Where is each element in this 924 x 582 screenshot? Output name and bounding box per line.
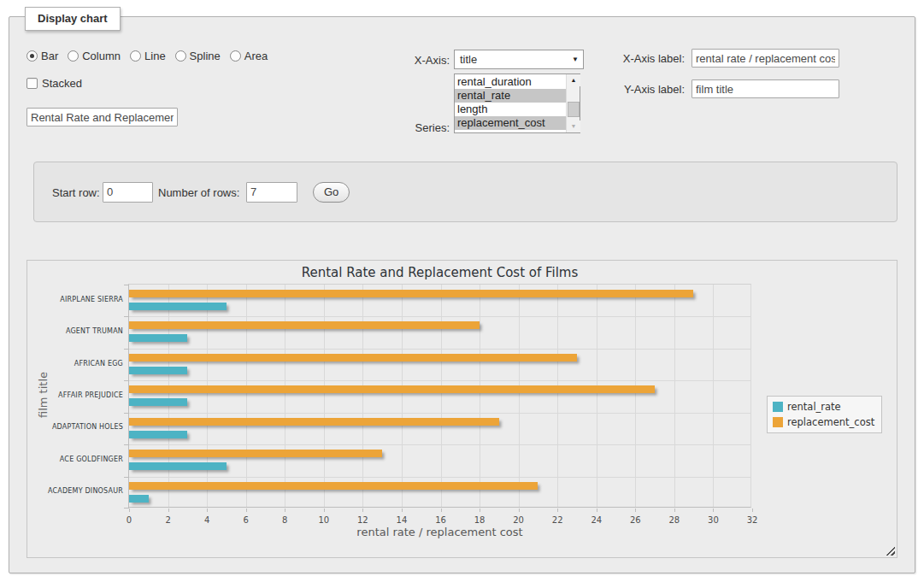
radio-label: Column (82, 50, 121, 62)
x-tick-label: 26 (618, 515, 652, 525)
chart-title: Rental Rate and Replacement Cost of Film… (128, 265, 751, 280)
y-axis-label-label: Y-Axis label: (608, 83, 685, 96)
x-axis-select-label: X-Axis: (394, 54, 450, 67)
series-option-length[interactable]: length (455, 103, 566, 116)
radio-icon[interactable] (26, 50, 38, 62)
bar-rental_rate (129, 495, 149, 503)
x-tick-label: 8 (268, 515, 302, 525)
vertical-gridline (480, 285, 480, 507)
y-tick-mark (124, 413, 129, 414)
go-button[interactable]: Go (313, 182, 350, 203)
number-of-rows-input[interactable] (246, 182, 297, 203)
radio-icon[interactable] (68, 50, 79, 62)
y-category-label: ACE GOLDFINGER (27, 456, 123, 464)
y-tick-mark (124, 316, 129, 317)
vertical-gridline (285, 285, 285, 507)
series-select-label: Series: (394, 121, 450, 134)
series-list-scrollbar[interactable]: ▲ ▼ (566, 74, 580, 132)
x-axis-select[interactable]: title ▼ (454, 50, 584, 69)
x-axis-label-input[interactable] (692, 49, 839, 68)
bar-replacement_cost (129, 321, 480, 329)
horizontal-gridline (129, 444, 750, 445)
start-row-input[interactable] (103, 182, 153, 203)
x-tick-label: 32 (735, 515, 769, 525)
y-category-label: ACADEMY DINOSAUR (27, 487, 123, 496)
scroll-thumb[interactable] (568, 102, 580, 117)
x-tick-label: 30 (696, 515, 730, 525)
horizontal-gridline (129, 413, 750, 414)
dropdown-arrow-icon: ▼ (572, 56, 579, 63)
radio-icon[interactable] (230, 50, 241, 62)
bar-rental_rate (129, 334, 187, 342)
x-tick-mark (480, 509, 480, 512)
chart-type-radio-spline[interactable]: Spline (175, 50, 221, 62)
y-tick-mark (124, 285, 129, 285)
display-chart-panel: Display chart BarColumnLineSplineArea St… (9, 16, 915, 573)
vertical-gridline (324, 285, 325, 507)
bar-rental_rate (129, 367, 187, 374)
vertical-gridline (168, 285, 169, 507)
chart-title-input[interactable] (26, 108, 178, 126)
x-axis-select-value: title (460, 53, 477, 66)
series-option-rental_duration[interactable]: rental_duration (455, 75, 566, 89)
x-tick-mark (362, 509, 363, 512)
series-listbox[interactable]: rental_durationrental_ratelengthreplacem… (454, 73, 580, 133)
resize-grip-icon[interactable] (886, 546, 895, 556)
y-category-label: AFRICAN EGG (27, 360, 123, 368)
vertical-gridline (597, 285, 597, 507)
x-tick-label: 14 (385, 515, 419, 525)
bar-replacement_cost (129, 354, 577, 362)
x-tick-label: 16 (424, 515, 458, 525)
y-axis-label-input[interactable] (692, 79, 839, 98)
x-tick-mark (402, 509, 403, 512)
x-tick-label: 12 (345, 515, 380, 525)
chart-type-radio-column[interactable]: Column (68, 50, 121, 62)
stacked-checkbox-row[interactable]: Stacked (26, 77, 82, 90)
x-tick-label: 20 (502, 515, 536, 525)
bar-replacement_cost (129, 290, 693, 297)
chart-type-radio-line[interactable]: Line (130, 50, 166, 62)
legend-swatch (773, 417, 783, 427)
x-tick-mark (324, 509, 325, 512)
plot-area: 02468101214161820222426283032 (128, 284, 751, 508)
bar-replacement_cost (129, 482, 538, 490)
panel-title: Display chart (25, 7, 121, 31)
bar-rental_rate (129, 303, 227, 310)
radio-icon[interactable] (130, 50, 141, 62)
x-tick-mark (129, 509, 130, 512)
chart-legend: rental_ratereplacement_cost (767, 396, 882, 433)
x-tick-mark (441, 509, 442, 512)
chart-type-radio-bar[interactable]: Bar (26, 50, 58, 62)
scroll-up-icon[interactable]: ▲ (567, 74, 580, 86)
number-of-rows-label: Number of rows: (158, 185, 239, 198)
legend-label: replacement_cost (787, 416, 874, 428)
radio-icon[interactable] (175, 50, 186, 62)
y-tick-mark (124, 444, 129, 445)
horizontal-gridline (129, 316, 750, 317)
x-tick-mark (168, 509, 169, 512)
vertical-gridline (246, 285, 247, 507)
legend-label: rental_rate (787, 401, 841, 413)
x-tick-label: 24 (580, 515, 614, 525)
y-category-label: AGENT TRUMAN (27, 327, 123, 336)
chart-container: Rental Rate and Replacement Cost of Film… (26, 260, 898, 558)
series-option-replacement_cost[interactable]: replacement_cost (455, 116, 566, 130)
bar-replacement_cost (129, 385, 655, 393)
y-category-label: AFFAIR PREJUDICE (27, 391, 123, 400)
x-axis-title: rental rate / replacement cost (128, 526, 751, 538)
scroll-down-icon[interactable]: ▼ (567, 121, 580, 132)
legend-item-rental_rate[interactable]: rental_rate (773, 401, 874, 413)
x-tick-label: 18 (462, 515, 497, 525)
series-list-items: rental_durationrental_ratelengthreplacem… (455, 74, 566, 132)
series-option-rental_rate[interactable]: rental_rate (455, 89, 566, 103)
x-tick-mark (285, 509, 285, 512)
legend-item-replacement_cost[interactable]: replacement_cost (773, 416, 874, 428)
vertical-gridline (713, 285, 714, 507)
start-row-label: Start row: (52, 185, 100, 198)
stacked-checkbox[interactable] (26, 78, 38, 89)
horizontal-gridline (129, 380, 750, 381)
stacked-label: Stacked (42, 77, 82, 90)
x-tick-mark (557, 509, 558, 512)
chart-type-radio-area[interactable]: Area (230, 50, 268, 62)
bar-rental_rate (129, 431, 187, 438)
